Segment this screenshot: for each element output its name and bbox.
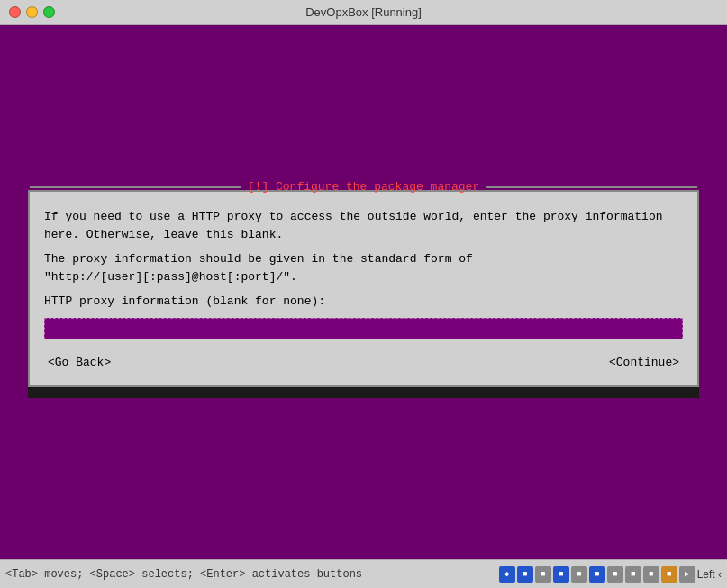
dialog-title-bar: [!] Configure the package manager (30, 180, 697, 194)
window-title: DevOpxBox [Running] (305, 5, 422, 19)
status-icon-6: ■ (589, 566, 605, 583)
status-icon-5: ■ (571, 566, 587, 583)
status-icon-4: ■ (553, 566, 569, 583)
continue-button[interactable]: <Continue> (605, 354, 683, 371)
status-icon-3: ■ (535, 566, 551, 583)
go-back-button[interactable]: <Go Back> (44, 354, 114, 371)
status-icon-1: ◆ (499, 566, 515, 583)
status-icon-11: ▶ (679, 566, 695, 583)
minimize-button[interactable] (26, 6, 38, 18)
dark-stripe (28, 387, 699, 398)
status-icon-7: ■ (607, 566, 623, 583)
main-area: [!] Configure the package manager If you… (0, 25, 727, 563)
status-icon-9: ■ (643, 566, 659, 583)
status-hint-text: <Tab> moves; <Space> selects; <Enter> ac… (5, 568, 362, 581)
title-line-left (30, 186, 241, 188)
status-bar: <Tab> moves; <Space> selects; <Enter> ac… (0, 559, 727, 588)
dialog-body: If you need to use a HTTP proxy to acces… (44, 208, 683, 339)
proxy-input[interactable] (44, 318, 683, 339)
status-icon-8: ■ (625, 566, 641, 583)
status-right-label: Left ‹ (697, 568, 722, 581)
dialog-buttons: <Go Back> <Continue> (44, 354, 683, 371)
title-line-right (486, 186, 697, 188)
window-controls[interactable] (9, 6, 55, 18)
proxy-label: HTTP proxy information (blank for none): (44, 293, 683, 311)
maximize-button[interactable] (43, 6, 55, 18)
body-text-1: If you need to use a HTTP proxy to acces… (44, 208, 683, 243)
close-button[interactable] (9, 6, 21, 18)
title-bar: DevOpxBox [Running] (0, 0, 727, 25)
dialog-title-text: [!] Configure the package manager (241, 180, 486, 194)
status-icons: ◆ ■ ■ ■ ■ ■ ■ ■ ■ ■ ▶ Left ‹ (499, 566, 722, 583)
status-icon-2: ■ (517, 566, 533, 583)
status-icon-10: ■ (661, 566, 677, 583)
dialog-box: [!] Configure the package manager If you… (28, 190, 699, 387)
body-text-2: The proxy information should be given in… (44, 250, 683, 285)
